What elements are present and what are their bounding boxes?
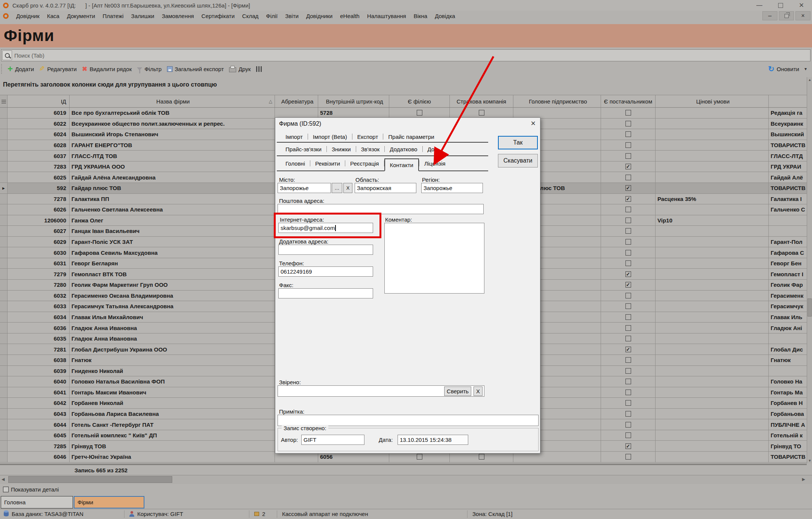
supplier-checkbox[interactable] <box>625 357 631 363</box>
child-minimize-button[interactable]: – <box>762 11 777 20</box>
bottom-tab-firms[interactable]: Фірми <box>74 496 144 508</box>
supplier-checkbox[interactable] <box>625 228 631 234</box>
postal-field[interactable] <box>278 204 484 214</box>
menu-item-Каса[interactable]: Каса <box>43 13 63 19</box>
header-price-terms[interactable]: Цінові умови <box>656 95 769 107</box>
date-field[interactable]: 13.10.2015 15:24:38 <box>398 435 468 445</box>
delete-row-button[interactable]: ✖Видалити рядок <box>80 64 135 74</box>
supplier-checkbox[interactable] <box>625 347 631 352</box>
window-maximize-button[interactable] <box>770 0 791 11</box>
dialog-tab-Ліцензія[interactable]: Ліцензія <box>419 160 451 167</box>
supplier-checkbox[interactable] <box>625 110 631 116</box>
menu-item-Замовлення[interactable]: Замовлення <box>158 13 197 19</box>
supplier-checkbox[interactable] <box>625 185 631 191</box>
menu-item-Довідник[interactable]: Довідник <box>12 13 43 19</box>
scroll-right-icon[interactable]: ▶ <box>802 477 805 482</box>
supplier-checkbox[interactable] <box>625 379 631 384</box>
dialog-titlebar[interactable]: Фирма (ID:592) × <box>275 118 540 130</box>
header-head-enterprise[interactable]: Головне підприємство <box>513 95 601 107</box>
supplier-checkbox[interactable] <box>625 368 631 374</box>
bottom-tab-main[interactable]: Головна <box>1 496 73 508</box>
filter-button[interactable]: Фільтр <box>135 64 165 74</box>
vertical-scrollbar[interactable]: ▲ ▼ <box>807 77 812 463</box>
export-button[interactable]: Загальний експорт <box>165 64 228 74</box>
dialog-tab-Знижки[interactable]: Знижки <box>327 146 356 152</box>
table-row[interactable]: 6019 Все про бухгалтерський облік ТОВ 57… <box>0 108 807 119</box>
dialog-close-icon[interactable]: × <box>531 119 536 128</box>
supplier-checkbox[interactable] <box>625 131 631 137</box>
supplier-checkbox[interactable] <box>625 411 631 417</box>
child-close-button[interactable]: × <box>795 11 810 20</box>
show-details-checkbox[interactable] <box>3 487 9 492</box>
supplier-checkbox[interactable] <box>625 250 631 256</box>
child-restore-button[interactable] <box>779 11 794 20</box>
region-field[interactable]: Запорожье <box>421 183 483 193</box>
insurance-checkbox[interactable] <box>479 110 484 116</box>
menu-item-Залишки[interactable]: Залишки <box>127 13 158 19</box>
supplier-checkbox[interactable] <box>625 390 631 395</box>
supplier-checkbox[interactable] <box>625 239 631 245</box>
menu-item-Філії[interactable]: Філії <box>262 13 281 19</box>
supplier-checkbox[interactable] <box>625 175 631 180</box>
dialog-tab-Дод.[interactable]: Дод. <box>423 146 444 152</box>
city-clear-button[interactable]: X <box>343 183 352 193</box>
insurance-checkbox[interactable] <box>479 454 484 460</box>
city-picker-button[interactable]: … <box>332 183 342 193</box>
dialog-tab-Додатково[interactable]: Додатково <box>385 146 422 152</box>
supplier-checkbox[interactable] <box>625 400 631 406</box>
supplier-checkbox[interactable] <box>625 293 631 298</box>
header-abbrev[interactable]: Абревіатура <box>275 95 318 107</box>
supplier-checkbox[interactable] <box>625 164 631 169</box>
phone-field[interactable]: 0612249169 <box>278 266 373 277</box>
branch-checkbox[interactable] <box>417 454 422 460</box>
menu-item-Сертифікати[interactable]: Сертифікати <box>198 13 238 19</box>
city-field[interactable]: Запорожье <box>278 183 331 193</box>
fax-field[interactable] <box>278 288 373 298</box>
header-insurance[interactable]: Страхова компанія <box>450 95 513 107</box>
menu-item-Склад[interactable]: Склад <box>238 13 262 19</box>
header-supplier[interactable]: Є постачальником <box>601 95 656 107</box>
supplier-checkbox[interactable] <box>625 422 631 428</box>
horizontal-scrollbar[interactable]: ◀ ▶ <box>0 475 812 484</box>
note-field[interactable] <box>278 415 539 426</box>
header-id[interactable]: ІД <box>8 95 70 107</box>
menu-item-Налаштування[interactable]: Налаштування <box>363 13 410 19</box>
comment-field[interactable] <box>384 223 484 294</box>
window-minimize-button[interactable]: — <box>749 0 770 11</box>
refresh-dropdown-icon[interactable]: ▾ <box>804 66 807 72</box>
author-field[interactable]: GIFT <box>301 435 364 445</box>
dialog-tab-Головні[interactable]: Головні <box>281 160 310 167</box>
ok-button[interactable]: Так <box>498 136 538 149</box>
header-branch[interactable]: Є філією <box>389 95 450 107</box>
cancel-button[interactable]: Скасувати <box>498 154 538 167</box>
supplier-checkbox[interactable] <box>625 282 631 288</box>
search-bar[interactable]: Поиск (Tab) <box>1 49 810 61</box>
menu-item-Платежі[interactable]: Платежі <box>99 13 127 19</box>
dialog-tab-Прайс параметри[interactable]: Прайс параметри <box>383 134 439 140</box>
columns-button[interactable] <box>255 64 266 74</box>
scroll-left-icon[interactable]: ◀ <box>2 477 5 482</box>
supplier-checkbox[interactable] <box>625 454 631 460</box>
dialog-tab-Прайс-зв'язки[interactable]: Прайс-зв'язки <box>281 146 326 152</box>
supplier-checkbox[interactable] <box>625 336 631 341</box>
supplier-checkbox[interactable] <box>625 271 631 277</box>
verify-button[interactable]: Сверить <box>444 387 471 396</box>
header-extra[interactable] <box>769 95 807 107</box>
dialog-tab-Зв'язок[interactable]: Зв'язок <box>356 146 385 152</box>
supplier-checkbox[interactable] <box>625 314 631 320</box>
dialog-tab-Контакти[interactable]: Контакти <box>384 158 419 171</box>
extra-address-field[interactable] <box>278 245 373 255</box>
supplier-checkbox[interactable] <box>625 207 631 212</box>
supplier-checkbox[interactable] <box>625 443 631 449</box>
supplier-checkbox[interactable] <box>625 325 631 331</box>
dialog-tab-Експорт[interactable]: Експорт <box>352 134 383 140</box>
print-button[interactable]: Друк <box>228 64 254 74</box>
menu-item-Довідка[interactable]: Довідка <box>431 13 459 19</box>
scroll-up-icon[interactable]: ▲ <box>807 78 812 82</box>
supplier-checkbox[interactable] <box>625 196 631 202</box>
supplier-checkbox[interactable] <box>625 153 631 159</box>
supplier-checkbox[interactable] <box>625 218 631 223</box>
supplier-checkbox[interactable] <box>625 260 631 266</box>
oblast-field[interactable]: Запорожская <box>355 183 416 193</box>
verify-clear-button[interactable]: X <box>474 387 483 396</box>
